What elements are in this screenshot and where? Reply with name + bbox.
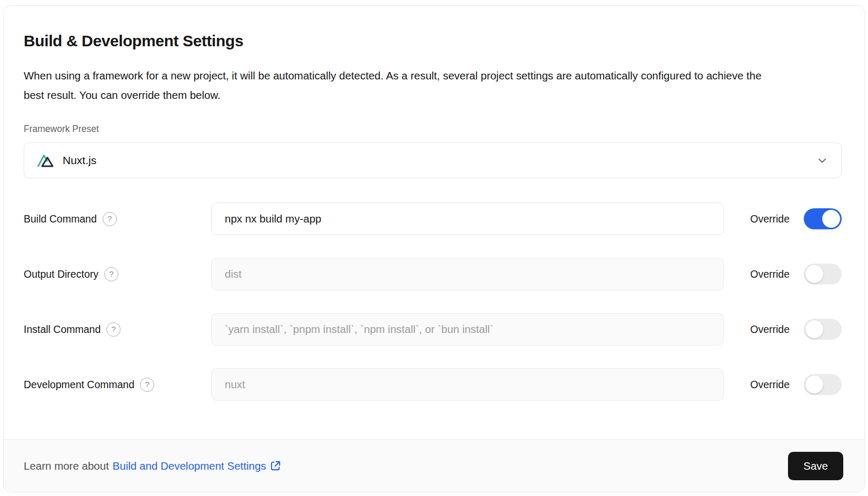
build-command-override-toggle[interactable]: [804, 208, 842, 229]
development-command-override-toggle[interactable]: [804, 374, 842, 395]
framework-preset-label: Framework Preset: [24, 123, 842, 135]
override-label: Override: [750, 379, 790, 391]
help-icon[interactable]: ?: [104, 267, 118, 281]
framework-selected-value: Nuxt.js: [63, 154, 96, 167]
install-command-row: Install Command ? Override: [24, 313, 842, 346]
toggle-knob: [805, 320, 823, 338]
card-footer: Learn more about Build and Development S…: [4, 439, 864, 492]
override-label: Override: [750, 213, 790, 225]
panel-description: When using a framework for a new project…: [24, 66, 784, 105]
help-icon[interactable]: ?: [103, 212, 117, 226]
output-directory-label: Output Directory: [24, 268, 98, 280]
external-link-icon: [270, 460, 282, 472]
toggle-knob: [805, 265, 823, 283]
output-directory-row: Output Directory ? Override: [24, 258, 842, 290]
development-command-label-group: Development Command ?: [24, 378, 211, 392]
toggle-knob: [822, 210, 840, 228]
build-command-label: Build Command: [24, 213, 97, 225]
learn-more-prefix: Learn more about: [24, 460, 109, 472]
override-label: Override: [750, 323, 790, 336]
install-command-input: [211, 313, 724, 346]
install-command-label-group: Install Command ?: [24, 322, 211, 337]
override-label: Override: [750, 268, 790, 280]
settings-rows: Build Command ? Override Output Director…: [24, 203, 842, 401]
development-command-override-group: Override: [724, 374, 842, 395]
chevron-down-icon: [816, 154, 829, 167]
output-directory-label-group: Output Directory ?: [24, 267, 211, 281]
development-command-label: Development Command: [24, 379, 134, 391]
output-directory-override-toggle[interactable]: [804, 264, 842, 285]
development-command-input: [211, 368, 724, 401]
framework-preset-select[interactable]: Nuxt.js: [24, 143, 842, 178]
nuxtjs-icon: [37, 152, 56, 169]
output-directory-override-group: Override: [724, 264, 842, 285]
build-command-row: Build Command ? Override: [24, 203, 842, 235]
save-button[interactable]: Save: [788, 452, 843, 480]
toggle-knob: [805, 376, 823, 393]
card-main: Build & Development Settings When using …: [4, 6, 864, 401]
learn-more-text: Learn more about Build and Development S…: [24, 460, 282, 472]
page-title: Build & Development Settings: [24, 31, 842, 51]
learn-more-link-label: Build and Development Settings: [113, 460, 266, 472]
install-command-label: Install Command: [24, 323, 101, 336]
development-command-row: Development Command ? Override: [24, 368, 842, 401]
help-icon[interactable]: ?: [140, 378, 154, 392]
build-dev-settings-link[interactable]: Build and Development Settings: [113, 460, 282, 472]
install-command-override-toggle[interactable]: [804, 319, 842, 340]
build-command-input[interactable]: [211, 203, 724, 235]
help-icon[interactable]: ?: [106, 322, 121, 337]
build-command-override-group: Override: [724, 208, 842, 229]
build-dev-settings-card: Build & Development Settings When using …: [3, 5, 865, 492]
build-command-label-group: Build Command ?: [24, 212, 211, 226]
install-command-override-group: Override: [724, 319, 842, 340]
output-directory-input: [211, 258, 724, 290]
